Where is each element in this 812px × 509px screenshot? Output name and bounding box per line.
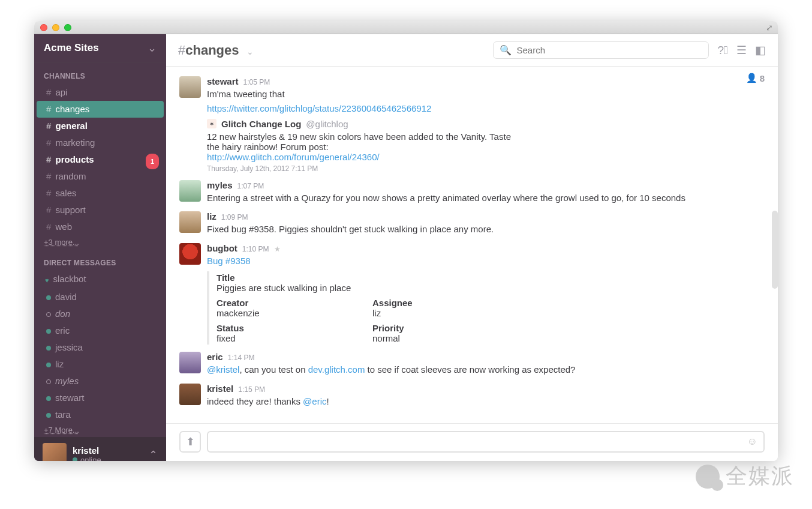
bug-card: Title Piggies are stuck walking in place… (207, 271, 579, 345)
presence-dot-icon (73, 457, 77, 461)
channel-item-products[interactable]: # products1 (37, 151, 164, 168)
dm-item-myles[interactable]: myles (37, 373, 164, 390)
message-author[interactable]: stewart (207, 76, 239, 86)
avatar[interactable] (179, 211, 201, 233)
message-input[interactable]: ☺ (207, 431, 765, 453)
upload-button[interactable]: ⬆ (179, 431, 201, 453)
members-count[interactable]: 👤 8 (746, 73, 765, 83)
dm-item-eric[interactable]: eric (37, 322, 164, 339)
tweet-link[interactable]: https://twitter.com/glitchlog/status/223… (207, 103, 431, 113)
avatar[interactable] (179, 384, 201, 405)
titlebar: ⤢ (34, 21, 778, 34)
fullscreen-icon[interactable]: ⤢ (766, 23, 773, 32)
hash-icon: # (46, 104, 51, 114)
message-text: Fixed bug #9358. Piggies shouldn't get s… (207, 223, 765, 236)
url-link[interactable]: dev.glitch.com (308, 364, 365, 375)
dm-item-tara[interactable]: tara (37, 406, 164, 423)
channel-item-web[interactable]: # web (37, 218, 164, 235)
presence-icon (46, 363, 51, 367)
chevron-up-icon: ⌃ (149, 448, 158, 461)
avatar[interactable] (179, 243, 201, 265)
message-author[interactable]: liz (207, 211, 216, 221)
dms-list: slackbotdaviddonericjessicalizmylesstewa… (34, 271, 166, 423)
channel-title[interactable]: #changes ⌄ (178, 43, 254, 58)
window-close-button[interactable] (40, 24, 47, 31)
mention[interactable]: @kristel (207, 364, 239, 375)
app-window: ⤢ Acme Sites ⌄ CHANNELS # api# changes# … (34, 21, 778, 461)
scrollbar[interactable] (772, 211, 778, 289)
message: liz 1:09 PM Fixed bug #9358. Piggies sho… (179, 208, 765, 239)
bug-priority-label: Priority (372, 323, 492, 333)
message: myles 1:07 PM Entering a street with a Q… (179, 176, 765, 208)
channel-item-sales[interactable]: # sales (37, 185, 164, 202)
presence-icon (46, 329, 51, 334)
workspace-header[interactable]: Acme Sites ⌄ (34, 34, 166, 62)
workspace-name: Acme Sites (44, 42, 99, 54)
hash-icon: # (178, 43, 185, 58)
presence-icon (46, 312, 51, 317)
message-author[interactable]: kristel (207, 384, 233, 394)
self-avatar (43, 443, 67, 461)
wechat-icon (696, 465, 720, 483)
composer: ⬆ ☺ (166, 423, 778, 461)
embed-title[interactable]: Glitch Change Log (221, 119, 301, 129)
message: bugbot 1:10 PM ★ Bug #9358 Title Piggies… (179, 239, 765, 348)
bug-status-label: Status (216, 323, 336, 333)
search-box[interactable]: 🔍 (493, 41, 709, 59)
channel-item-marketing[interactable]: # marketing (37, 134, 164, 151)
bug-creator-label: Creator (216, 298, 336, 308)
channel-item-support[interactable]: # support (37, 202, 164, 218)
message-time: 1:07 PM (237, 182, 264, 190)
message: eric 1:14 PM @kristel, can you test on d… (179, 348, 765, 380)
search-input[interactable] (516, 45, 702, 55)
message-author[interactable]: myles (207, 180, 233, 190)
dms-more-link[interactable]: +7 More... (34, 423, 166, 437)
channel-item-api[interactable]: # api (37, 84, 164, 101)
dm-item-slackbot[interactable]: slackbot (37, 271, 164, 289)
window-maximize-button[interactable] (64, 24, 71, 31)
presence-icon (46, 413, 51, 418)
message-time: 1:05 PM (243, 78, 270, 86)
message-author[interactable]: eric (207, 352, 223, 362)
channels-more-link[interactable]: +3 more... (34, 235, 166, 249)
mention[interactable]: @eric (303, 396, 326, 406)
messages-pane: 👤 8 stewart 1:05 PM Im'ma tweeting that … (166, 67, 778, 423)
channel-item-general[interactable]: # general (37, 118, 164, 134)
channels-heading: CHANNELS (34, 62, 166, 84)
watermark: 全媒派 (696, 462, 794, 482)
emoji-icon[interactable]: ☺ (747, 436, 757, 448)
collapse-icon[interactable]: ◧ (755, 43, 766, 57)
message-author[interactable]: bugbot (207, 243, 237, 253)
star-icon[interactable]: ★ (274, 245, 281, 253)
dm-item-jessica[interactable]: jessica (37, 339, 164, 356)
dm-item-don[interactable]: don (37, 306, 164, 322)
bug-link[interactable]: Bug #9358 (207, 256, 251, 266)
link-embed: ✶ Glitch Change Log @glitchlog 12 new ha… (207, 119, 765, 173)
hash-icon: # (46, 221, 51, 232)
bug-title: Piggies are stuck walking in place (216, 283, 572, 293)
sidebar-footer[interactable]: kristel online ⌃ (34, 437, 166, 461)
window-minimize-button[interactable] (52, 24, 59, 31)
presence-icon (46, 379, 51, 384)
avatar[interactable] (179, 352, 201, 373)
hash-icon: # (46, 154, 51, 164)
channel-item-random[interactable]: # random (37, 168, 164, 185)
dm-item-david[interactable]: david (37, 289, 164, 306)
channel-item-changes[interactable]: # changes (37, 101, 164, 118)
hash-icon: # (46, 205, 51, 215)
message-text: @kristel, can you test on dev.glitch.com… (207, 363, 765, 376)
help-icon[interactable]: ?⃝ (717, 44, 728, 57)
hash-icon: # (46, 87, 51, 97)
embed-link[interactable]: http://www.glitch.com/forum/general/2436… (207, 152, 380, 162)
dms-heading: DIRECT MESSAGES (34, 249, 166, 271)
sidebar: Acme Sites ⌄ CHANNELS # api# changes# ge… (34, 34, 166, 461)
hash-icon: # (46, 171, 51, 181)
dm-item-stewart[interactable]: stewart (37, 390, 164, 406)
chevron-down-icon[interactable]: ⌄ (246, 47, 254, 56)
dm-item-liz[interactable]: liz (37, 356, 164, 373)
hash-icon: # (46, 137, 51, 148)
list-icon[interactable]: ☰ (736, 43, 747, 57)
bug-status: fixed (216, 333, 336, 343)
avatar[interactable] (179, 180, 201, 202)
avatar[interactable] (179, 76, 201, 98)
